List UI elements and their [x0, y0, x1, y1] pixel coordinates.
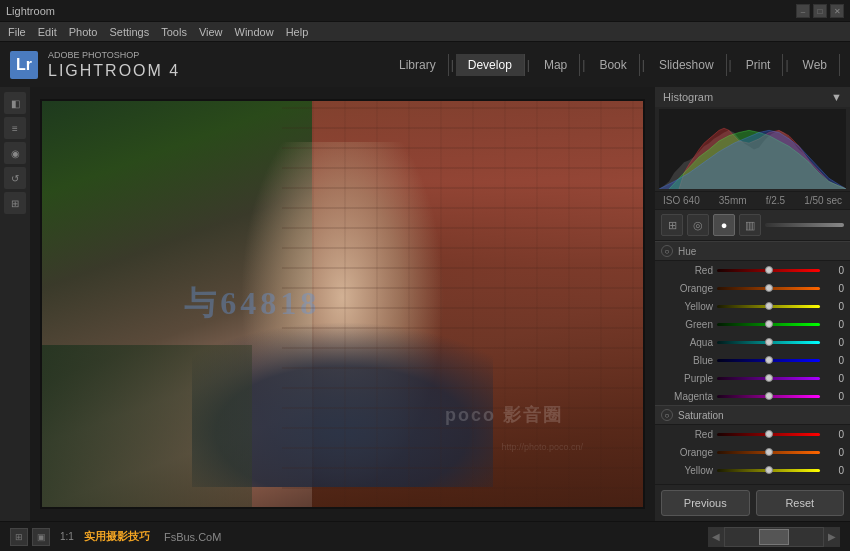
filmstrip-scroll-right[interactable]: ▶ [824, 527, 840, 547]
healing-tool[interactable]: ◎ [687, 214, 709, 236]
maximize-button[interactable]: □ [813, 4, 827, 18]
sat-yellow-track[interactable] [717, 469, 820, 472]
zoom-level: 1:1 [60, 531, 74, 542]
hue-purple-track[interactable] [717, 377, 820, 380]
tab-book[interactable]: Book [587, 54, 639, 76]
app-subtitle: ADOBE PHOTOSHOP [48, 50, 387, 60]
hue-purple-row: Purple 0 [655, 369, 850, 387]
sat-orange-label: Orange [661, 447, 713, 458]
adjustment-brush[interactable]: ● [713, 214, 735, 236]
hue-yellow-track[interactable] [717, 305, 820, 308]
tool-slider-container [765, 223, 844, 227]
sat-yellow-row: Yellow 0 [655, 461, 850, 479]
grid-view-icon[interactable]: ⊞ [10, 528, 28, 546]
hue-aqua-row: Aqua 0 [655, 333, 850, 351]
hue-red-track[interactable] [717, 269, 820, 272]
hue-aqua-track[interactable] [717, 341, 820, 344]
hue-purple-label: Purple [661, 373, 713, 384]
minimize-button[interactable]: – [796, 4, 810, 18]
sat-toggle[interactable]: ○ [661, 409, 673, 421]
sat-red-track[interactable] [717, 433, 820, 436]
menu-tools[interactable]: Tools [161, 26, 187, 38]
loupe-view-icon[interactable]: ▣ [32, 528, 50, 546]
nav-tabs: Library | Develop | Map | Book | Slidesh… [387, 54, 840, 76]
hue-blue-track[interactable] [717, 359, 820, 362]
tool-presets[interactable]: ≡ [4, 117, 26, 139]
menu-edit[interactable]: Edit [38, 26, 57, 38]
tab-develop[interactable]: Develop [456, 54, 525, 76]
watermark-text: poco 影音圈 [445, 403, 563, 427]
tab-map[interactable]: Map [532, 54, 580, 76]
menu-file[interactable]: File [8, 26, 26, 38]
tool-navigator[interactable]: ◧ [4, 92, 26, 114]
lr-logo: Lr [10, 51, 38, 79]
app-name: LIGHTROOM 4 [48, 62, 180, 79]
filmstrip-area [724, 527, 824, 547]
hue-section-header[interactable]: ○ Hue [655, 241, 850, 261]
crop-tool[interactable]: ⊞ [661, 214, 683, 236]
hue-label: Hue [678, 246, 696, 257]
tool-collections[interactable]: ⊞ [4, 192, 26, 214]
hue-magenta-track[interactable] [717, 395, 820, 398]
menu-settings[interactable]: Settings [109, 26, 149, 38]
tab-slideshow[interactable]: Slideshow [647, 54, 727, 76]
iso-value: ISO 640 [663, 195, 700, 206]
hue-green-track[interactable] [717, 323, 820, 326]
hue-orange-track[interactable] [717, 287, 820, 290]
aperture-value: f/2.5 [766, 195, 785, 206]
tool-slider[interactable] [765, 223, 844, 227]
sat-orange-track[interactable] [717, 451, 820, 454]
hue-blue-row: Blue 0 [655, 351, 850, 369]
hue-red-label: Red [661, 265, 713, 276]
hue-green-label: Green [661, 319, 713, 330]
main-content: ◧ ≡ ◉ ↺ ⊞ 与64818 p [0, 87, 850, 521]
filmstrip-controls: ◀ ▶ [231, 527, 840, 547]
menu-window[interactable]: Window [235, 26, 274, 38]
left-panel: ◧ ≡ ◉ ↺ ⊞ [0, 87, 30, 521]
hue-yellow-row: Yellow 0 [655, 297, 850, 315]
tab-print[interactable]: Print [734, 54, 784, 76]
tool-history[interactable]: ↺ [4, 167, 26, 189]
focal-length: 35mm [719, 195, 747, 206]
hue-toggle[interactable]: ○ [661, 245, 673, 257]
graduated-filter[interactable]: ▥ [739, 214, 761, 236]
status-text: 实用摄影技巧 [84, 529, 150, 544]
sat-red-row: Red 0 [655, 425, 850, 443]
camera-info: ISO 640 35mm f/2.5 1/50 sec [655, 191, 850, 210]
hue-aqua-value: 0 [824, 337, 844, 348]
sat-red-value: 0 [824, 429, 844, 440]
photo-container: 与64818 poco 影音圈 http://photo.poco.cn/ [40, 99, 645, 509]
histogram-title: Histogram [663, 91, 713, 103]
hue-yellow-value: 0 [824, 301, 844, 312]
menu-help[interactable]: Help [286, 26, 309, 38]
right-panel: Histogram ▼ ISO 640 35mm f/2.5 1/5 [655, 87, 850, 521]
histogram-dropdown-icon[interactable]: ▼ [831, 91, 842, 103]
saturation-label: Saturation [678, 410, 724, 421]
filmstrip-scroll-left[interactable]: ◀ [708, 527, 724, 547]
previous-button[interactable]: Previous [661, 490, 750, 516]
hue-orange-row: Orange 0 [655, 279, 850, 297]
hue-magenta-row: Magenta 0 [655, 387, 850, 405]
sat-yellow-value: 0 [824, 465, 844, 476]
saturation-sliders: Red 0 Orange 0 Yellow 0 Green 0 [655, 425, 850, 484]
histogram-header: Histogram ▼ [655, 87, 850, 107]
reset-button[interactable]: Reset [756, 490, 845, 516]
top-nav: Lr ADOBE PHOTOSHOP LIGHTROOM 4 Library |… [0, 42, 850, 87]
sat-orange-value: 0 [824, 447, 844, 458]
menu-photo[interactable]: Photo [69, 26, 98, 38]
sat-orange-row: Orange 0 [655, 443, 850, 461]
saturation-section-header[interactable]: ○ Saturation [655, 405, 850, 425]
hue-purple-value: 0 [824, 373, 844, 384]
watermark-url: http://photo.poco.cn/ [501, 442, 583, 452]
close-button[interactable]: ✕ [830, 4, 844, 18]
photo-area: 与64818 poco 影音圈 http://photo.poco.cn/ [30, 87, 655, 521]
right-panel-content[interactable]: ○ Hue Red 0 Orange 0 Yellow 0 [655, 241, 850, 484]
histogram-area [659, 109, 846, 189]
menu-view[interactable]: View [199, 26, 223, 38]
tab-web[interactable]: Web [791, 54, 840, 76]
tool-snapshots[interactable]: ◉ [4, 142, 26, 164]
hue-blue-label: Blue [661, 355, 713, 366]
shutter-speed: 1/50 sec [804, 195, 842, 206]
tab-library[interactable]: Library [387, 54, 449, 76]
hue-green-value: 0 [824, 319, 844, 330]
